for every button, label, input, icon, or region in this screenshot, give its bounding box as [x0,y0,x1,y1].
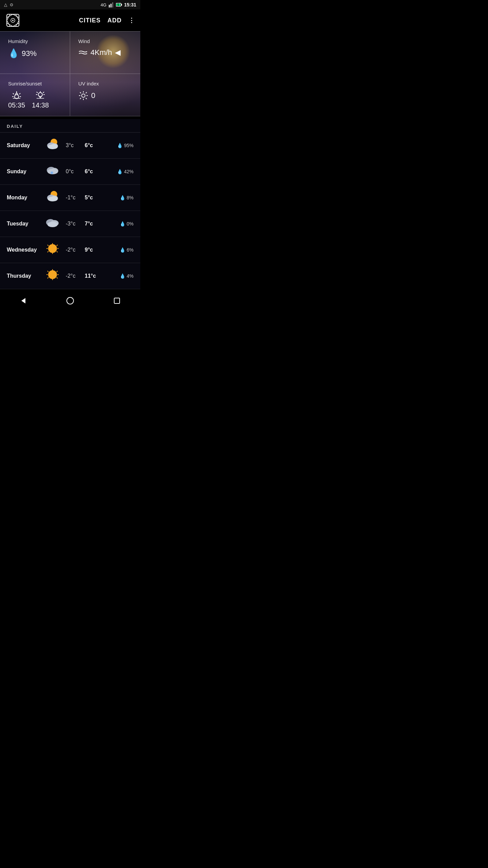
svg-rect-0 [109,5,110,7]
weather-icon [44,269,61,283]
svg-marker-69 [21,298,25,303]
precip-value: 6% [127,247,134,253]
back-button[interactable] [16,293,31,308]
uv-index-number: 0 [91,91,95,100]
drop-icon: 💧 [117,169,123,174]
svg-line-56 [47,245,48,246]
daily-precip: 💧 8% [120,195,134,200]
more-button[interactable]: ⋮ [128,17,135,24]
high-temp: 6°c [85,169,99,175]
day-label: Tuesday [7,221,44,227]
day-label: Sunday [7,169,44,175]
weather-icon [44,138,61,153]
svg-rect-71 [114,298,120,303]
svg-line-32 [80,92,81,93]
drop-icon: 💧 [117,143,123,148]
drop-icon: 💧 [120,195,125,200]
daily-temps: -2°c 11°c [66,273,120,279]
low-temp: 3°c [66,142,80,149]
sunrise-values: 05:35 14:38 [8,91,62,109]
notification-icon: ⊙ [10,2,13,7]
precip-value: 4% [127,273,134,279]
humidity-icon: 💧 [8,48,19,59]
sunrise-label: Sunrise/sunset [8,81,62,86]
daily-precip: 💧 4% [120,273,134,279]
day-label: Monday [7,195,44,201]
wind-speed: 4Km/h [90,48,112,57]
nav-bar [0,289,140,312]
sunrise-item: 05:35 [8,91,25,109]
home-button[interactable] [63,293,78,308]
svg-line-17 [13,93,14,94]
svg-point-11 [12,20,14,21]
drop-icon: 💧 [120,273,125,279]
sunrise-time: 05:35 [8,101,25,109]
svg-text:❄: ❄ [50,171,54,175]
svg-rect-2 [112,2,113,7]
daily-temps: 0°c 6°c [66,169,117,175]
high-temp: 9°c [85,247,99,253]
wind-cell: Wind 4Km/h ◀ [70,32,140,74]
signal-icon [108,2,114,7]
drop-icon: 💧 [120,221,125,226]
sunset-time: 14:38 [32,101,49,109]
daily-row[interactable]: Thursday -2°c 11°c 💧 4% [0,263,140,289]
day-label: Thursday [7,273,44,279]
daily-temps: -3°c 7°c [66,221,120,227]
weather-icon [44,242,61,257]
low-temp: -2°c [66,247,80,253]
precip-value: 0% [127,221,134,226]
add-button[interactable]: ADD [107,17,122,24]
svg-line-59 [57,251,58,252]
svg-line-65 [47,271,48,272]
daily-row[interactable]: Wednesday -2°c 9°c 💧 6% [0,237,140,263]
svg-point-27 [82,94,85,97]
daily-row[interactable]: Monday -1°c 5°c 💧 8% [0,185,140,211]
svg-line-68 [57,277,58,278]
svg-line-33 [86,92,87,93]
day-label: Saturday [7,142,44,149]
network-icon: 4G [101,2,106,7]
warning-icon: △ [4,2,7,7]
daily-row[interactable]: Tuesday -3°c 7°c 💧 0% [0,211,140,237]
daily-row[interactable]: Sunday ❄ 0°c 6°c 💧 42% [0,159,140,185]
low-temp: -3°c [66,221,80,227]
daily-temps: 3°c 6°c [66,142,117,149]
uv-sun-icon [78,91,88,101]
svg-point-47 [48,197,57,201]
daily-header: DAILY [0,119,140,133]
weather-icon: ❄ [44,164,61,179]
daily-precip: 💧 42% [117,169,134,174]
svg-point-50 [47,222,58,227]
svg-point-39 [48,144,57,149]
weather-background: Humidity 💧 93% Wind 4Km/h ◀ Sunrise/suns… [0,31,140,116]
status-left-icons: △ ⊙ [4,2,13,7]
sunset-item: 14:38 [32,91,49,109]
svg-point-12 [15,95,19,99]
svg-line-58 [47,251,48,252]
svg-rect-4 [121,4,122,5]
precip-value: 8% [127,195,134,200]
svg-line-35 [86,98,87,99]
precip-value: 42% [124,169,134,174]
app-logo[interactable] [5,13,20,28]
svg-rect-1 [110,4,111,7]
cities-button[interactable]: CITIES [79,17,101,24]
svg-line-67 [47,277,48,278]
svg-line-34 [80,98,81,99]
svg-point-60 [48,270,57,279]
sunset-icon [35,91,45,100]
sunrise-cell: Sunrise/sunset 05:35 [0,74,70,116]
app-bar-actions: CITIES ADD ⋮ [79,17,135,24]
humidity-percent: 93% [22,49,37,58]
drop-icon: 💧 [120,247,125,253]
status-right-icons: 4G 15:31 [101,2,136,7]
weather-icon [44,216,61,231]
weather-icon [44,190,61,205]
status-time: 15:31 [124,2,136,7]
recent-button[interactable] [109,293,124,308]
app-bar: CITIES ADD ⋮ [0,9,140,31]
svg-line-66 [57,271,58,272]
daily-row[interactable]: Saturday 3°c 6°c 💧 95% [0,133,140,159]
humidity-cell: Humidity 💧 93% [0,32,70,74]
